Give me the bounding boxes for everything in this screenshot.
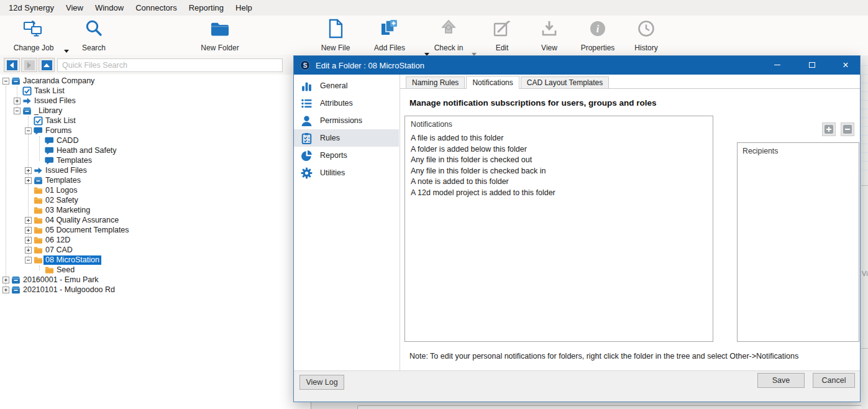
issued-icon bbox=[22, 96, 32, 106]
tree-item-06-12d[interactable]: 06 12D bbox=[0, 236, 311, 246]
tree-item-task-list[interactable]: Task List bbox=[0, 86, 311, 96]
tree-item-seed[interactable]: Seed bbox=[0, 265, 311, 275]
menu-item-connectors[interactable]: Connectors bbox=[135, 3, 176, 12]
dialog-sidebar-item-utilities[interactable]: Utilities bbox=[294, 164, 399, 182]
notification-item[interactable]: Any file in this folder is checked out bbox=[411, 155, 707, 166]
nav-back-button[interactable] bbox=[4, 58, 20, 72]
sliver-row-line bbox=[861, 161, 868, 162]
tree-item-templates[interactable]: Templates bbox=[0, 156, 311, 166]
dialog-sidebar-item-rules[interactable]: Rules bbox=[294, 129, 399, 147]
save-button[interactable]: Save bbox=[757, 373, 805, 388]
tree-expander-minus[interactable] bbox=[25, 127, 32, 134]
notification-item[interactable]: Any file in this folder is checked back … bbox=[411, 166, 707, 177]
tree-expander-plus[interactable] bbox=[2, 287, 9, 293]
application-window: 12d SynergyViewWindowConnectorsReporting… bbox=[0, 0, 868, 409]
notifications-list: Notifications A file is added to this fo… bbox=[404, 116, 713, 342]
toolbar-button-add-files[interactable]: Add Files bbox=[372, 18, 408, 53]
toolbar-label-search: Search bbox=[82, 44, 106, 53]
menu-item-help[interactable]: Help bbox=[235, 3, 252, 12]
sidebar-item-label: General bbox=[320, 81, 347, 90]
dialog-sidebar-item-permissions[interactable]: Permissions bbox=[294, 112, 399, 129]
tab-naming-rules[interactable]: Naming Rules bbox=[406, 76, 465, 88]
nav-forward-icon bbox=[24, 60, 35, 70]
tree-item-issued-files[interactable]: Issued Files bbox=[0, 96, 311, 106]
sidebar-item-label: Attributes bbox=[320, 99, 353, 108]
job-icon bbox=[11, 285, 21, 295]
tree-item-20160001-emu-park[interactable]: 20160001 - Emu Park bbox=[0, 275, 311, 285]
history-icon bbox=[637, 18, 656, 39]
dialog-sidebar-item-attributes[interactable]: Attributes bbox=[294, 94, 399, 112]
tree-item-issued-files[interactable]: Issued Files bbox=[0, 166, 311, 176]
tree-item-label: 07 CAD bbox=[43, 246, 75, 255]
menu-item-12d-synergy[interactable]: 12d Synergy bbox=[9, 3, 54, 12]
tree-expander-plus[interactable] bbox=[25, 237, 32, 244]
tree-expander-plus[interactable] bbox=[25, 247, 32, 254]
tree-item-20210101-mulgoodoo-rd[interactable]: 20210101 - Mulgoodoo Rd bbox=[0, 285, 311, 295]
tree-item-08-microstation[interactable]: 08 MicroStation bbox=[0, 255, 311, 265]
tree-item-07-cad[interactable]: 07 CAD bbox=[0, 246, 311, 255]
dropdown-caret-change-job[interactable] bbox=[64, 50, 69, 53]
edit-folder-dialog: S Edit a Folder : 08 MicroStation × Gene… bbox=[293, 55, 861, 402]
tree-item-task-list[interactable]: Task List bbox=[0, 116, 311, 126]
notification-item[interactable]: A 12d model project is added to this fol… bbox=[411, 188, 707, 199]
tree-item-label: CADD bbox=[55, 136, 80, 145]
tree-item-library[interactable]: _Library bbox=[0, 106, 311, 116]
notification-item[interactable]: A note is added to this folder bbox=[411, 177, 707, 188]
tree-item-label: Task List bbox=[32, 86, 66, 96]
folder-icon bbox=[34, 186, 43, 195]
tree-expander-minus[interactable] bbox=[14, 108, 21, 114]
toolbar-button-new-folder[interactable]: New Folder bbox=[199, 18, 241, 53]
tree-expander-plus[interactable] bbox=[25, 177, 32, 184]
toolbar-label-view: View bbox=[541, 44, 557, 53]
toolbar-button-new-file[interactable]: New File bbox=[318, 18, 354, 53]
tree-item-01-logos[interactable]: 01 Logos bbox=[0, 186, 311, 196]
toolbar-button-change-job[interactable]: Change Job bbox=[11, 18, 57, 53]
view-log-button[interactable]: View Log bbox=[299, 375, 344, 390]
cancel-button[interactable]: Cancel bbox=[813, 373, 855, 388]
minimize-button[interactable] bbox=[767, 56, 787, 74]
check-in-icon bbox=[440, 18, 457, 39]
tab-notifications[interactable]: Notifications bbox=[466, 76, 519, 89]
toolbar-button-edit: Edit bbox=[487, 18, 517, 53]
remove-recipient-button[interactable] bbox=[841, 122, 854, 136]
tree-item-forums[interactable]: Forums bbox=[0, 126, 311, 136]
notification-item[interactable]: A file is added to this folder bbox=[411, 133, 707, 144]
forum-icon bbox=[45, 156, 54, 165]
close-button[interactable]: × bbox=[836, 56, 856, 74]
nav-up-button[interactable] bbox=[39, 58, 55, 72]
tree-item-templates[interactable]: Templates bbox=[0, 176, 311, 186]
dialog-sidebar-item-general[interactable]: General bbox=[294, 77, 399, 94]
tree-expander-minus[interactable] bbox=[2, 78, 9, 85]
tree-item-cadd[interactable]: CADD bbox=[0, 136, 311, 146]
tab-cad-layout-templates[interactable]: CAD Layout Templates bbox=[521, 76, 610, 88]
job-icon bbox=[22, 106, 32, 116]
add-recipient-button[interactable] bbox=[822, 122, 836, 136]
menu-bar: 12d SynergyViewWindowConnectorsReporting… bbox=[0, 0, 868, 16]
maximize-button[interactable] bbox=[802, 56, 822, 74]
quick-files-search-input[interactable] bbox=[57, 58, 283, 72]
tree-item-04-quality-assurance[interactable]: 04 Quality Assurance bbox=[0, 216, 311, 226]
tree-item-02-safety[interactable]: 02 Safety bbox=[0, 196, 311, 206]
tree-expander-plus[interactable] bbox=[2, 277, 9, 283]
tree-expander-plus[interactable] bbox=[25, 227, 32, 234]
toolbar-button-search[interactable]: Search bbox=[75, 18, 112, 53]
toolbar-label-add-files: Add Files bbox=[374, 44, 405, 53]
toolbar-label-change-job: Change Job bbox=[14, 44, 54, 53]
tree-item-03-marketing[interactable]: 03 Marketing bbox=[0, 206, 311, 216]
tree-expander-plus[interactable] bbox=[25, 217, 32, 224]
tree-item-05-document-templates[interactable]: 05 Document Templates bbox=[0, 226, 311, 236]
toolbar-button-view: View bbox=[534, 18, 564, 53]
tree-expander-plus[interactable] bbox=[14, 98, 21, 104]
sliver-divider-line bbox=[861, 185, 868, 186]
menu-item-view[interactable]: View bbox=[66, 3, 83, 12]
tree-expander-minus[interactable] bbox=[25, 257, 32, 264]
menu-item-reporting[interactable]: Reporting bbox=[189, 3, 224, 12]
tree-item-label: 01 Logos bbox=[43, 186, 79, 195]
toolbar-label-check-in: Check in bbox=[434, 44, 464, 53]
tree-expander-plus[interactable] bbox=[25, 167, 32, 174]
menu-item-window[interactable]: Window bbox=[95, 3, 124, 12]
dialog-sidebar-item-reports[interactable]: Reports bbox=[294, 147, 399, 164]
tree-item-jacaranda-company[interactable]: Jacaranda Company bbox=[0, 76, 311, 86]
tree-item-heath-and-safety[interactable]: Heath and Safety bbox=[0, 146, 311, 156]
notification-item[interactable]: A folder is added below this folder bbox=[411, 144, 707, 155]
